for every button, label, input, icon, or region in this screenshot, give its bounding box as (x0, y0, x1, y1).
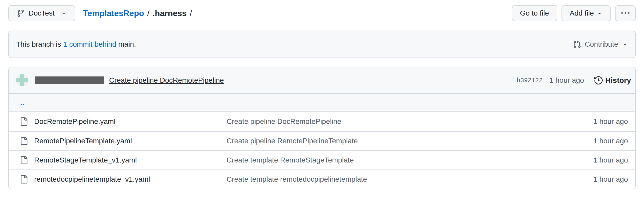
file-icon (20, 117, 28, 126)
file-commit-message-cell: Create pipeline DocRemotePipeline (227, 117, 593, 126)
go-to-file-button[interactable]: Go to file (512, 5, 557, 21)
breadcrumb: TemplatesRepo / .harness / (83, 9, 192, 18)
chevron-down-icon (596, 10, 603, 16)
file-commit-time: 1 hour ago (593, 117, 628, 126)
chevron-down-icon (622, 41, 628, 47)
file-name-link[interactable]: DocRemotePipeline.yaml (34, 117, 115, 126)
file-table: Create pipeline DocRemotePipeline b39212… (8, 67, 636, 189)
add-file-button[interactable]: Add file (561, 5, 611, 21)
branch-status-prefix: This branch is (16, 40, 63, 48)
branch-selector-button[interactable]: DocTest (8, 5, 75, 21)
branch-status-suffix: main. (116, 40, 136, 48)
file-commit-message-cell: Create pipeline RemotePipelineTemplate (227, 137, 593, 145)
file-name-cell: RemotePipelineTemplate.yaml (20, 137, 227, 145)
file-commit-message-cell: Create template remotedocpipelinetemplat… (227, 175, 593, 183)
contribute-label: Contribute (585, 40, 618, 48)
file-name-cell: remotedocpipelinetemplate_v1.yaml (20, 175, 227, 183)
table-row[interactable]: remotedocpipelinetemplate_v1.yaml Create… (9, 169, 635, 189)
parent-directory-row[interactable]: .. (9, 94, 635, 112)
breadcrumb-separator: / (147, 9, 149, 18)
repo-file-browser-page: DocTest TemplatesRepo / .harness / Go to… (0, 5, 644, 189)
repo-header-actions: Go to file Add file (512, 5, 636, 21)
breadcrumb-repo-link[interactable]: TemplatesRepo (83, 9, 144, 18)
history-link[interactable]: History (594, 76, 631, 85)
commit-time: 1 hour ago (549, 76, 584, 84)
more-options-button[interactable] (615, 5, 636, 21)
file-commit-time: 1 hour ago (593, 156, 628, 164)
file-icon (20, 137, 28, 145)
file-name-cell: DocRemotePipeline.yaml (20, 117, 227, 126)
file-name-link[interactable]: RemoteStageTemplate_v1.yaml (34, 156, 137, 164)
branch-status-banner: This branch is 1 commit behind main. Con… (8, 31, 636, 58)
commits-behind-link[interactable]: 1 commit behind (63, 40, 116, 48)
avatar[interactable] (16, 74, 28, 87)
table-row[interactable]: DocRemotePipeline.yaml Create pipeline D… (9, 112, 635, 131)
breadcrumb-trailing-separator: / (190, 9, 192, 18)
file-name-link[interactable]: RemotePipelineTemplate.yaml (34, 137, 132, 145)
file-icon (20, 156, 28, 164)
history-label: History (605, 76, 631, 85)
latest-commit-meta: b392122 1 hour ago History (516, 76, 631, 85)
table-row[interactable]: RemoteStageTemplate_v1.yaml Create templ… (9, 150, 635, 169)
branch-name-label: DocTest (28, 9, 55, 17)
redacted-username[interactable] (35, 76, 104, 84)
branch-status-text: This branch is 1 commit behind main. (16, 40, 136, 48)
file-name-cell: RemoteStageTemplate_v1.yaml (20, 156, 227, 164)
file-commit-message-link[interactable]: Create template RemoteStageTemplate (227, 156, 354, 164)
file-icon (20, 175, 28, 183)
file-commit-time: 1 hour ago (593, 175, 628, 183)
parent-directory-link[interactable]: .. (20, 98, 25, 107)
git-branch-icon (17, 9, 25, 17)
file-commit-message-link[interactable]: Create pipeline RemotePipelineTemplate (227, 137, 358, 145)
file-commit-message-cell: Create template RemoteStageTemplate (227, 156, 593, 164)
repo-header-bar: DocTest TemplatesRepo / .harness / Go to… (8, 5, 636, 21)
latest-commit-header: Create pipeline DocRemotePipeline b39212… (9, 67, 635, 94)
chevron-down-icon (61, 10, 67, 16)
file-commit-message-link[interactable]: Create pipeline DocRemotePipeline (227, 117, 341, 125)
kebab-horizontal-icon (621, 9, 630, 17)
table-row[interactable]: RemotePipelineTemplate.yaml Create pipel… (9, 131, 635, 150)
latest-commit-message-link[interactable]: Create pipeline DocRemotePipeline (109, 76, 224, 84)
add-file-label: Add file (570, 9, 594, 17)
commit-hash-link[interactable]: b392122 (516, 77, 543, 84)
history-icon (594, 76, 603, 84)
file-name-link[interactable]: remotedocpipelinetemplate_v1.yaml (34, 175, 150, 183)
file-commit-message-link[interactable]: Create template remotedocpipelinetemplat… (227, 175, 367, 183)
file-commit-time: 1 hour ago (593, 137, 628, 145)
git-pull-request-icon (573, 40, 581, 48)
contribute-button[interactable]: Contribute (573, 40, 628, 48)
breadcrumb-current-dir: .harness (153, 9, 187, 18)
